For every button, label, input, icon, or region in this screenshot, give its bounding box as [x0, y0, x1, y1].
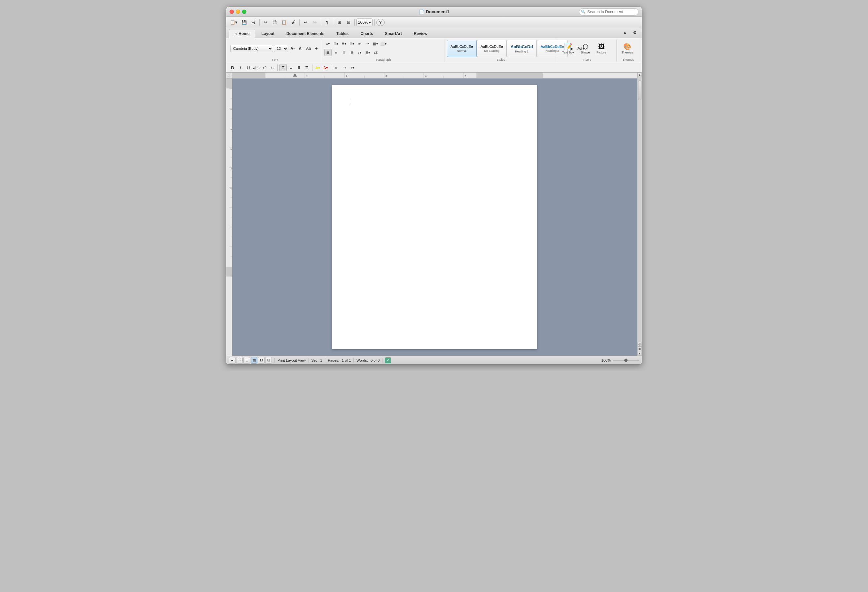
- picture-btn[interactable]: 🖼 Picture: [593, 41, 610, 56]
- align-right-btn[interactable]: ⠿: [340, 49, 347, 56]
- tab-home[interactable]: ⌂ Home: [229, 29, 255, 38]
- underline-btn[interactable]: U: [245, 64, 252, 71]
- align-left-btn[interactable]: ☰: [324, 49, 332, 56]
- insert-group: 📝 Text Box ⬡ Shape 🖼 Picture Insert: [557, 39, 617, 62]
- search-input[interactable]: [579, 8, 638, 16]
- superscript-btn[interactable]: x²: [261, 64, 268, 71]
- strikethrough-btn[interactable]: abc: [253, 64, 260, 71]
- borders-btn[interactable]: ⬜▾: [380, 40, 387, 47]
- font-selector[interactable]: Cambria (Body): [230, 45, 273, 52]
- maximize-button[interactable]: [242, 10, 247, 14]
- scrollbar-vertical[interactable]: ▲ ◎ ◉ ▼: [637, 72, 642, 356]
- window-controls: [230, 10, 247, 14]
- print-btn[interactable]: 🖨: [249, 18, 258, 27]
- paste-btn[interactable]: 📋: [280, 18, 288, 27]
- font-decrease-btn[interactable]: A-: [297, 45, 304, 52]
- format-painter-btn[interactable]: 🖌: [289, 18, 298, 27]
- cut-btn[interactable]: ✂: [261, 18, 270, 27]
- case-btn[interactable]: Aa: [305, 45, 312, 52]
- ruler-horizontal: 1 2 3 4 5: [232, 72, 637, 78]
- scroll-down-btn[interactable]: ▼: [638, 351, 642, 356]
- increase-indent-btn[interactable]: ⇥: [364, 40, 371, 47]
- thumbnail-view-btn[interactable]: ⊞: [244, 357, 250, 364]
- scroll-track[interactable]: [638, 77, 642, 342]
- style-normal[interactable]: AaBbCcDdEe Normal: [447, 40, 477, 57]
- align-center-btn2[interactable]: ≡: [287, 64, 295, 71]
- font-size-selector[interactable]: 12: [274, 45, 288, 52]
- page-up-btn[interactable]: ◎: [638, 342, 642, 346]
- outdent-btn2[interactable]: ⇤: [333, 64, 340, 71]
- tab-tables[interactable]: Tables: [331, 29, 354, 38]
- sort-btn[interactable]: ↕Z: [372, 49, 379, 56]
- text-box-btn[interactable]: 📝 Text Box: [559, 41, 577, 56]
- zoom-selector[interactable]: 100% ▾: [356, 19, 373, 27]
- spelling-btn[interactable]: ✓: [385, 357, 391, 363]
- numbering-btn[interactable]: ⊞▾: [332, 40, 340, 47]
- justify-btn2[interactable]: ☰: [303, 64, 310, 71]
- style-heading1[interactable]: AaBbCcDd Heading 1: [507, 40, 537, 57]
- style-normal-text: AaBbCcDdEe: [450, 44, 473, 49]
- clear-format-btn[interactable]: ✦: [313, 45, 320, 52]
- draft-view-btn[interactable]: ⊡: [265, 357, 272, 364]
- themes-group: 🎨 Themes Themes: [617, 39, 640, 62]
- help-btn[interactable]: ?: [376, 19, 385, 26]
- undo-btn[interactable]: ↩: [301, 18, 310, 27]
- minimize-button[interactable]: [236, 10, 240, 14]
- style-h1-text: AaBbCcDd: [511, 44, 533, 49]
- line-spacing-btn2[interactable]: ↕▾: [349, 64, 356, 71]
- scroll-thumb[interactable]: [638, 81, 641, 100]
- tab-review[interactable]: Review: [408, 29, 433, 38]
- close-button[interactable]: [230, 10, 234, 14]
- save-btn[interactable]: 💾: [240, 18, 248, 27]
- paragraph-group-label: Paragraph: [324, 58, 443, 61]
- smartart-tab-label: SmartArt: [385, 31, 402, 36]
- copy-btn[interactable]: ⿻: [270, 18, 279, 27]
- shading-btn[interactable]: ▦▾: [372, 40, 379, 47]
- list-view-btn[interactable]: ☰: [236, 357, 243, 364]
- justify-btn[interactable]: ⊟: [348, 49, 356, 56]
- font-increase-btn[interactable]: A+: [289, 45, 296, 52]
- align-center-btn[interactable]: ≡: [332, 49, 340, 56]
- bold-btn[interactable]: B: [229, 64, 236, 71]
- styles-group-label: Styles: [447, 58, 555, 61]
- style-no-spacing[interactable]: AaBbCcDdEe No Spacing: [477, 40, 507, 57]
- svg-text:2: 2: [230, 129, 232, 130]
- pilcrow-btn[interactable]: ¶: [323, 18, 331, 27]
- tab-charts[interactable]: Charts: [355, 29, 378, 38]
- ruler-corner-icon[interactable]: ◲: [226, 72, 232, 78]
- themes-btn[interactable]: 🎨 Themes: [619, 41, 636, 56]
- shape-btn[interactable]: ⬡ Shape: [578, 41, 592, 56]
- font-color-btn[interactable]: A▾: [322, 64, 329, 71]
- tab-smartart[interactable]: SmartArt: [379, 29, 407, 38]
- subscript-btn[interactable]: x₂: [269, 64, 276, 71]
- list-toggle-btn[interactable]: ⊟▾: [348, 40, 356, 47]
- columns-btn[interactable]: ⊞▾: [364, 49, 371, 56]
- tab-layout[interactable]: Layout: [256, 29, 280, 38]
- page-down-btn[interactable]: ◉: [638, 346, 642, 351]
- italic-btn[interactable]: I: [237, 64, 244, 71]
- sidebar-btn[interactable]: ⊟: [344, 18, 353, 27]
- picture-icon: 🖼: [598, 43, 605, 50]
- align-left-btn2[interactable]: ☰: [279, 64, 287, 71]
- bullets-btn[interactable]: ≡▾: [324, 40, 332, 47]
- ribbon-collapse-btn[interactable]: ▲: [621, 28, 629, 37]
- multilevel-btn[interactable]: ≣▾: [340, 40, 347, 47]
- align-right-btn2[interactable]: ⠿: [295, 64, 303, 71]
- print-view-btn[interactable]: ▤: [251, 357, 257, 364]
- web-view-btn[interactable]: ⊟: [258, 357, 264, 364]
- zoom-thumb[interactable]: [624, 359, 627, 362]
- redo-btn[interactable]: ↪: [310, 18, 319, 27]
- line-spacing-btn[interactable]: ↕▾: [356, 49, 363, 56]
- highlight-btn[interactable]: A▾: [314, 64, 321, 71]
- page-container[interactable]: [232, 78, 637, 356]
- outline-view-btn[interactable]: ≡: [229, 357, 236, 364]
- document-page[interactable]: [332, 85, 537, 349]
- scroll-up-btn[interactable]: ▲: [638, 72, 642, 77]
- tab-document-elements[interactable]: Document Elements: [281, 29, 330, 38]
- view-toggle-btn[interactable]: ⊞: [335, 18, 344, 27]
- indent-btn2[interactable]: ⇥: [341, 64, 348, 71]
- ribbon-options-btn[interactable]: ⚙: [630, 28, 639, 37]
- decrease-indent-btn[interactable]: ⇤: [356, 40, 363, 47]
- zoom-slider[interactable]: [613, 360, 639, 361]
- new-template-btn[interactable]: 📋▾: [228, 18, 239, 27]
